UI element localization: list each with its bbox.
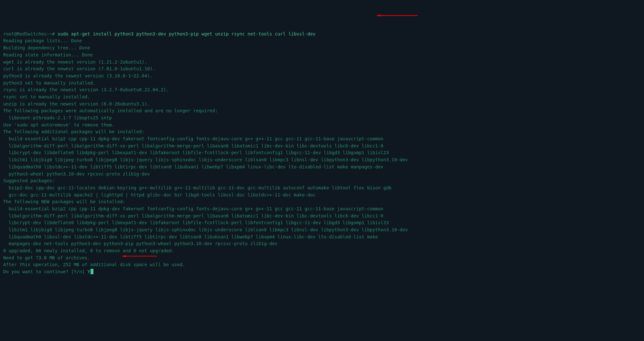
output-line: libalgorithm-diff-perl libalgorithm-diff… [3,143,383,148]
output-line: build-essential bzip2 cpp cpp-11 dpkg-de… [3,206,383,211]
output-line: libalgorithm-diff-perl libalgorithm-diff… [3,213,383,218]
output-line: rsync is already the newest version (3.2… [3,87,169,92]
output-line: bzip2-doc cpp-doc gcc-11-locales debian-… [3,185,391,190]
output-line: libcrypt-dev libdeflate0 libdpkg-perl li… [3,150,389,155]
output-line: Reading state information... Done [3,52,93,57]
output-line: libevent-pthreads-2.1-7 libopts25 sntp [3,115,112,120]
output-line: The following additional packages will b… [3,129,144,134]
output-line: Need to get 73.8 MB of archives. [3,255,90,260]
output-line: build-essential bzip2 cpp cpp-11 dpkg-de… [3,136,383,141]
prompt-user-host: root@RedSwitches:~# [3,31,58,36]
svg-marker-3 [121,255,126,257]
annotation-arrow-icon [370,5,412,6]
annotation-arrow-icon [116,245,151,247]
output-line: After this operation, 252 MB of addition… [3,262,185,267]
output-line: libquadmath0 libstdc++-11-dev libtiff5 l… [3,164,383,169]
output-line: Building dependency tree... Done [3,45,90,50]
user-input[interactable]: Y [87,269,90,274]
output-line: Suggested packages: [3,178,55,183]
output-line: python3 is already the newest version (3… [3,73,153,78]
output-line: gcc-doc gcc-11-multilib apache2 | lightt… [3,192,315,197]
output-line: libitm1 libjbig0 libjpeg-turbo8 libjpeg8… [3,227,408,232]
output-line: libitm1 libjbig0 libjpeg-turbo8 libjpeg8… [3,157,408,162]
prompt-command: sudo apt-get install python3 python3-dev… [58,31,316,36]
output-line: Use 'sudo apt autoremove' to remove them… [3,122,115,127]
output-line: The following NEW packages will be insta… [3,199,125,204]
continue-prompt: Do you want to continue? [Y/n] [3,269,87,274]
output-line: curl is already the newest version (7.81… [3,66,155,71]
output-line: Reading package lists... Done [3,38,82,43]
svg-marker-1 [376,15,380,16]
cursor [91,269,93,274]
output-line: The following packages were automaticall… [3,108,218,113]
output-line: wget is already the newest version (1.21… [3,59,147,65]
output-line: python3-wheel python3.10-dev rpcsvc-prot… [3,171,150,176]
output-line: rsync set to manually installed. [3,94,90,99]
terminal-output[interactable]: root@RedSwitches:~# sudo apt-get install… [3,31,641,276]
output-line: python3 set to manually installed. [3,80,96,85]
output-line: unzip is already the newest version (6.0… [3,101,150,106]
output-line: libcrypt-dev libdeflate0 libdpkg-perl li… [3,220,389,225]
output-line: libquadmath0 libssl-dev libstdc++-11-dev… [3,234,378,239]
